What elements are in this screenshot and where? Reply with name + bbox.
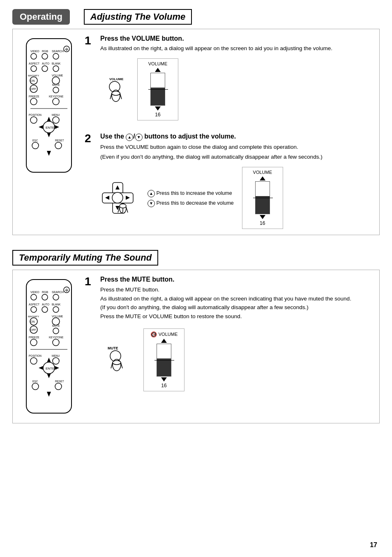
svg-text:OFF: OFF [30,88,36,90]
svg-point-23 [53,87,59,93]
remote-col-2: VIDEO RGB SEARCH ⏻ ASPECT AUTO BLANK MAG… [17,276,81,417]
mute-speaker-icon: 🔇 [150,331,157,337]
svg-point-42 [55,142,62,149]
svg-text:OFF: OFF [30,328,36,331]
section2-box: VIDEO RGB SEARCH ⏻ ASPECT AUTO BLANK MAG… [12,270,380,423]
svg-point-84 [53,328,59,334]
down-btn-desc-icon: ▼ [148,200,155,207]
svg-point-25 [30,98,37,105]
svg-text:VIDEO: VIDEO [30,50,39,53]
section2-title: Temporarily Muting The Sound [12,250,158,266]
svg-point-73 [42,307,48,312]
volume-dialog-2: VOLUME 16 [242,167,283,229]
mute-volume-label: VOLUME [159,332,178,337]
step1-title: Press the VOLUME button. [100,35,375,42]
svg-text:⏻: ⏻ [65,289,68,291]
mute-step1-number: 1 [85,276,96,391]
mute-step1-content: Press the MUTE button. Press the MUTE bu… [100,276,375,391]
remote-illustration-2: VIDEO RGB SEARCH ⏻ ASPECT AUTO BLANK MAG… [22,277,76,417]
step2-illustrations: ▲ Press this to increase the volume ▼ Pr… [100,167,375,229]
svg-text:ENTER: ENTER [46,126,57,129]
svg-point-52 [112,192,123,203]
svg-point-2 [31,53,37,59]
svg-point-103 [55,383,62,390]
step2-number: 2 [85,133,96,229]
arrow-descriptions: ▲ Press this to increase the volume ▼ Pr… [148,189,234,207]
svg-point-49 [112,91,120,95]
increase-desc: ▲ Press this to increase the volume [148,189,234,197]
mute-body3: (If you don't do anything, the dialog wi… [100,303,375,312]
remote-col-1: VIDEO RGB SEARCH ⏻ ASPECT AUTO BLANK MAG… [17,35,81,229]
mute-button-press-svg: MUTE [100,344,131,375]
svg-text:AUTO: AUTO [42,62,49,65]
svg-text:ENTER: ENTER [46,367,57,370]
vol-number-1: 16 [155,112,160,118]
volume-label-2: VOLUME [253,170,272,175]
svg-point-30 [30,117,37,123]
svg-text:VIDEO: VIDEO [30,291,39,294]
mute-vol-bar-outer [157,344,171,377]
mute-vol-number: 16 [161,383,166,388]
svg-text:MENU: MENU [52,354,60,357]
up-btn-desc-icon: ▲ [148,190,155,197]
svg-point-40 [32,142,39,149]
vol-up-arrow-1 [155,68,161,72]
svg-text:MUTE: MUTE [52,83,60,86]
svg-point-14 [53,66,59,72]
vol-up-arrow-2 [260,176,265,180]
mute-volume-bar: 16 [152,339,176,388]
svg-point-4 [42,53,48,59]
svg-text:RGB: RGB [42,50,48,53]
dpad-press-svg [100,180,135,215]
svg-point-32 [53,117,59,123]
svg-text:KEYSTONE: KEYSTONE [49,95,64,98]
svg-text:ON: ON [30,320,35,323]
mute-press-illustration: MUTE [100,344,131,375]
step2: 2 Use the ▲/▼ buttons to adjust the volu… [85,133,375,229]
mute-step1: 1 Press the MUTE button. Press the MUTE … [85,276,375,391]
svg-text:AUTO: AUTO [42,303,49,306]
volume-press-illustration: VOLUME [100,75,129,104]
volume-bar-1: 16 [145,68,170,118]
step1-content: Press the VOLUME button. As illustrated … [100,35,375,120]
mute-steps-col: 1 Press the MUTE button. Press the MUTE … [81,276,375,417]
svg-point-12 [42,66,48,72]
svg-text:ASPECT: ASPECT [29,303,39,306]
mute-step1-body: Press the MUTE button. As illustrated on… [100,285,375,321]
mute-body1: Press the MUTE button. [100,285,375,294]
svg-text:POSITION: POSITION [29,354,42,357]
svg-text:BLANK: BLANK [52,62,61,65]
svg-text:⏻: ⏻ [65,48,68,51]
mute-vol-up-arrow [161,339,167,343]
vol-midline-1 [148,89,168,90]
svg-text:KEYSTONE: KEYSTONE [49,336,64,339]
svg-point-71 [31,307,37,312]
svg-text:SEARCH: SEARCH [52,50,64,53]
svg-text:FREEZE: FREEZE [29,95,39,98]
svg-point-58 [120,204,126,208]
vol-bar-inner-1 [151,88,165,105]
step1-body: As illustrated on the right, a dialog wi… [100,44,375,53]
svg-line-60 [126,207,128,213]
svg-text:MUTE: MUTE [108,346,118,350]
mute-vol-midline [154,360,174,361]
svg-text:ASPECT: ASPECT [29,62,39,65]
mute-body2: As illustrated on the right, a dialog wi… [100,294,375,303]
vol-bar-inner-2 [256,196,270,214]
svg-text:VOLUME: VOLUME [109,77,124,81]
step1-number: 1 [85,35,96,120]
svg-text:SEARCH: SEARCH [52,291,64,294]
vol-down-arrow-1 [155,106,161,111]
steps-col-1: 1 Press the VOLUME button. As illustrate… [81,35,375,229]
svg-text:MAGNIFY: MAGNIFY [28,315,39,318]
vol-midline-2 [253,198,273,198]
svg-text:RESET: RESET [55,380,64,383]
vol-bar-outer-1 [150,73,165,106]
svg-text:MAGNIFY: MAGNIFY [28,74,39,77]
vol-bar-outer-2 [255,181,270,214]
svg-text:VOLUME: VOLUME [52,315,63,318]
mute-volume-dialog: 🔇 VOLUME 16 [143,328,184,391]
remote-illustration-1: VIDEO RGB SEARCH ⏻ ASPECT AUTO BLANK MAG… [22,37,76,176]
volume-bar-2: 16 [250,176,275,226]
step2-body1: Press the VOLUME button again to close t… [100,143,375,151]
